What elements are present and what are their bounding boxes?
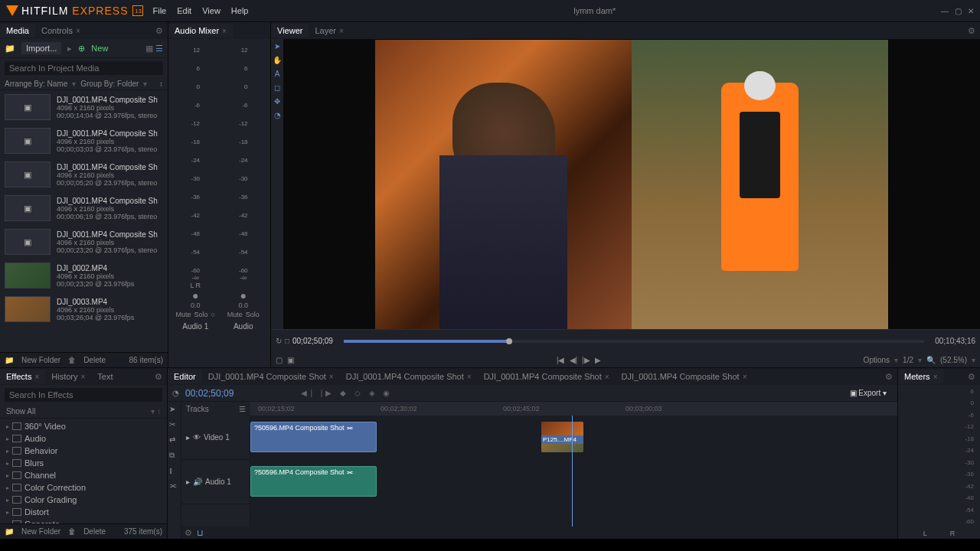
- edit-tools[interactable]: ◀| |▶ ◆ ◇ ◈ ◉: [301, 389, 393, 397]
- maximize-icon[interactable]: ▢: [955, 7, 962, 15]
- tab-editor[interactable]: Editor: [168, 370, 202, 383]
- effect-category[interactable]: Distort: [0, 506, 167, 518]
- solo-button[interactable]: Solo: [194, 311, 208, 318]
- solo-button[interactable]: Solo: [246, 311, 260, 318]
- timeline-tab[interactable]: DJI_0001.MP4 Composite Shot×: [478, 370, 616, 383]
- media-item[interactable]: ▣DJI_0001.MP4 Composite Sh4096 x 2160 pi…: [0, 225, 168, 259]
- move-tool-icon[interactable]: ✥: [273, 97, 282, 106]
- effects-search-input[interactable]: [5, 388, 162, 402]
- loop-icon[interactable]: ↻: [276, 337, 282, 345]
- select-tool-icon[interactable]: ➤: [169, 405, 180, 416]
- close-icon[interactable]: ✕: [968, 7, 974, 15]
- mute-button[interactable]: Mute: [227, 311, 243, 318]
- hand-tool-icon[interactable]: ✋: [273, 56, 282, 65]
- select-tool-icon[interactable]: ➤: [273, 42, 282, 51]
- insert-icon[interactable]: ▢: [276, 356, 283, 364]
- timeline-tab[interactable]: DJI_0001.MP4 Composite Shot×: [616, 370, 753, 383]
- options-dropdown[interactable]: Options: [864, 356, 890, 364]
- gear-icon[interactable]: ⚙: [968, 26, 975, 36]
- timeline-time[interactable]: 00;02;50;09: [185, 388, 234, 399]
- effect-category[interactable]: Generate: [0, 518, 167, 523]
- tab-text[interactable]: Text: [91, 370, 119, 383]
- delete-button[interactable]: Delete: [83, 527, 106, 536]
- media-item[interactable]: ▣DJI_0001.MP4 Composite Sh4096 x 2160 pi…: [0, 90, 168, 124]
- eye-icon[interactable]: 👁: [193, 433, 201, 442]
- shape-tool-icon[interactable]: ◻: [273, 83, 282, 93]
- effect-category[interactable]: Blurs: [0, 457, 167, 469]
- zoom-icon[interactable]: 🔍: [926, 356, 936, 364]
- media-item[interactable]: DJI_0002.MP44096 x 2160 pixels00;00;23;2…: [0, 259, 168, 292]
- prv-frame-icon[interactable]: ◀|: [570, 356, 578, 364]
- show-all-dropdown[interactable]: Show All ▾ ↕: [0, 405, 167, 419]
- slip-tool-icon[interactable]: ⇄: [169, 435, 180, 446]
- mask-tool-icon[interactable]: ◔: [273, 111, 282, 120]
- grid-view-icon[interactable]: ▦: [145, 44, 153, 54]
- overlay-icon[interactable]: ▣: [287, 356, 294, 364]
- rate-tool-icon[interactable]: ⫿: [169, 466, 180, 477]
- video-track-header[interactable]: ▸👁Video 1: [181, 416, 250, 460]
- menu-edit[interactable]: Edit: [177, 6, 191, 15]
- gear-icon[interactable]: ⚙: [155, 26, 163, 36]
- group-dropdown[interactable]: Group By: Folder: [80, 80, 139, 88]
- new-folder-button[interactable]: New Folder: [21, 356, 60, 364]
- tab-history[interactable]: History×: [45, 370, 91, 383]
- chevron-icon[interactable]: ▸: [186, 433, 190, 442]
- menu-view[interactable]: View: [202, 6, 220, 15]
- play-icon[interactable]: |▶: [582, 356, 590, 364]
- effect-category[interactable]: 360° Video: [0, 420, 167, 432]
- video-clip[interactable]: P125....MP4: [541, 422, 583, 452]
- text-tool-icon[interactable]: A: [273, 70, 282, 79]
- delete-button[interactable]: Delete: [83, 356, 106, 364]
- effect-category[interactable]: Color Grading: [0, 494, 167, 506]
- gear-icon[interactable]: ⚙: [185, 528, 192, 538]
- playhead[interactable]: [572, 416, 573, 527]
- audio-track-header[interactable]: ▸🔊Audio 1: [181, 460, 250, 504]
- clock-icon[interactable]: ◔: [172, 389, 179, 397]
- tab-controls[interactable]: Controls×: [35, 24, 87, 37]
- tab-meters[interactable]: Meters×: [898, 370, 943, 383]
- list-view-icon[interactable]: ☰: [155, 44, 163, 54]
- tab-audio-mixer[interactable]: Audio Mixer×: [168, 24, 233, 37]
- export-button[interactable]: ▣ Export ▾: [844, 387, 893, 399]
- audio-clip[interactable]: ?50596.MP4 Composite Shot ⫘: [250, 466, 377, 497]
- effect-category[interactable]: Color Correction: [0, 481, 167, 494]
- effect-category[interactable]: Channel: [0, 469, 167, 481]
- tab-media[interactable]: Media: [0, 24, 35, 37]
- gear-icon[interactable]: ⚙: [885, 372, 893, 382]
- gear-icon[interactable]: ⚙: [155, 372, 162, 382]
- arrange-dropdown[interactable]: Arrange By: Name: [5, 80, 67, 88]
- chevron-icon[interactable]: ▸: [186, 478, 190, 486]
- snap-tool-icon[interactable]: ⧉: [169, 451, 180, 461]
- media-item[interactable]: ▣DJI_0001.MP4 Composite Sh4096 x 2160 pi…: [0, 124, 168, 158]
- menu-file[interactable]: File: [152, 6, 166, 15]
- record-icon[interactable]: ○: [211, 311, 215, 318]
- slice-tool-icon[interactable]: ✂: [169, 420, 180, 431]
- media-item[interactable]: ▣DJI_0001.MP4 Composite Sh4096 x 2160 pi…: [0, 158, 168, 191]
- chevron-down-icon[interactable]: ▸: [67, 44, 72, 54]
- scrubber[interactable]: [344, 340, 924, 343]
- media-item[interactable]: ▣DJI_0001.MP4 Composite Sh4096 x 2160 pi…: [0, 191, 168, 225]
- pan-knob[interactable]: ●: [192, 289, 198, 302]
- media-search-input[interactable]: [5, 61, 163, 75]
- effect-category[interactable]: Behavior: [0, 445, 167, 457]
- gear-icon[interactable]: ⚙: [968, 372, 975, 382]
- time-ruler[interactable]: 00;02;15;02 00;02;30;02 00;02;45;02 00;0…: [250, 402, 897, 416]
- sort-icon[interactable]: ↕: [159, 80, 163, 88]
- minimize-icon[interactable]: —: [941, 7, 949, 15]
- out-icon[interactable]: □: [285, 337, 289, 345]
- tab-viewer[interactable]: Viewer: [271, 24, 309, 37]
- menu-icon[interactable]: ☰: [239, 405, 246, 413]
- goto-start-icon[interactable]: |◀: [557, 356, 565, 364]
- tab-effects[interactable]: Effects×: [0, 370, 45, 383]
- pan-knob[interactable]: ●: [240, 289, 247, 302]
- menu-help[interactable]: Help: [231, 6, 249, 15]
- effect-category[interactable]: Audio: [0, 432, 167, 445]
- mute-button[interactable]: Mute: [176, 311, 191, 318]
- magnet-icon[interactable]: ⊔: [197, 528, 204, 538]
- timeline-tab[interactable]: DJI_0001.MP4 Composite Shot×: [202, 370, 340, 383]
- new-button[interactable]: New: [91, 44, 108, 53]
- next-frame-icon[interactable]: ▶: [595, 356, 601, 364]
- video-clip[interactable]: ?50596.MP4 Composite Shot ⫘: [250, 422, 377, 452]
- media-item[interactable]: DJI_0003.MP44096 x 2160 pixels00;03;26;0…: [0, 292, 168, 326]
- new-folder-button[interactable]: New Folder: [21, 527, 60, 536]
